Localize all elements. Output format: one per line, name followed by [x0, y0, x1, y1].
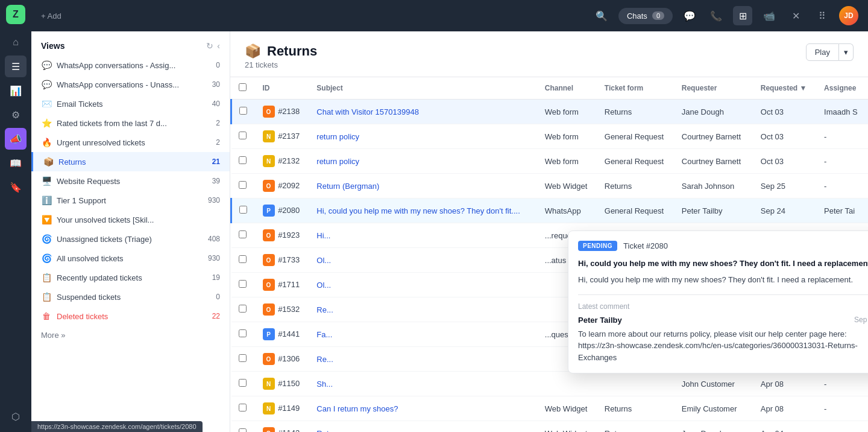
rail-home-icon[interactable]: ⌂: [5, 31, 27, 53]
table-row[interactable]: N #1149 Can I return my shoes? Web Widge…: [231, 396, 869, 421]
row-channel-cell: WhatsApp: [538, 199, 597, 223]
row-checkbox-cell: [231, 347, 256, 372]
sidebar-item-unassigned-triage[interactable]: 🌀 Unassigned tickets (Triage) 408: [31, 229, 230, 249]
row-checkbox[interactable]: [239, 354, 247, 362]
row-checkbox[interactable]: [239, 404, 247, 411]
search-icon[interactable]: 🔍: [592, 6, 611, 25]
rail-analytics-icon[interactable]: 📊: [5, 80, 27, 101]
sidebar-item-unsolved-filter[interactable]: 🔽 Your unsolved tickets [Skil...: [31, 210, 230, 229]
rail-campaigns-icon[interactable]: 📣: [5, 128, 27, 150]
play-dropdown-button[interactable]: ▾: [839, 43, 854, 61]
table-row[interactable]: O #1142 Return Web Widget Returns Jane D…: [231, 421, 869, 433]
row-checkbox-cell: [231, 248, 256, 273]
row-checkbox[interactable]: [239, 255, 247, 263]
x-icon-btn[interactable]: ✕: [786, 6, 805, 25]
sidebar-item-email-tickets[interactable]: ✉️ Email Tickets 40: [31, 94, 230, 113]
row-assignee-cell: -: [817, 372, 868, 396]
row-checkbox-cell: [231, 297, 256, 322]
sidebar-item-tier1-support[interactable]: ℹ️ Tier 1 Support 930: [31, 191, 230, 210]
sidebar-item-deleted[interactable]: 🗑 Deleted tickets 22: [31, 307, 230, 326]
sidebar-item-whatsapp-assigned[interactable]: 💬 WhatsApp conversations - Assig... 0: [31, 56, 230, 75]
row-checkbox[interactable]: [239, 428, 247, 432]
row-assignee-cell: Imaadh S: [817, 100, 868, 124]
row-checkbox[interactable]: [239, 379, 247, 387]
sidebar-item-website-requests[interactable]: 🖥️ Website Requests 39: [31, 171, 230, 191]
rail-kb-icon[interactable]: 📖: [5, 152, 27, 174]
rail-br-icon[interactable]: 🔖: [5, 176, 27, 198]
sidebar-item-rated-tickets[interactable]: ⭐ Rated tickets from the last 7 d... 2: [31, 113, 230, 133]
main-layout: Views ↻ ‹ 💬 WhatsApp conversations - Ass…: [31, 31, 868, 432]
select-all-checkbox[interactable]: [239, 83, 247, 91]
table-row[interactable]: P #2080 Hi, could you help me with my ne…: [231, 199, 869, 223]
add-button[interactable]: + Add: [41, 11, 61, 21]
play-button-group: Play ▾: [806, 43, 854, 61]
row-form-cell: Returns: [597, 396, 675, 421]
row-subject-cell: Re...: [309, 297, 537, 322]
row-checkbox[interactable]: [239, 156, 247, 164]
deleted-label: Deleted tickets: [57, 312, 207, 321]
sidebar-item-urgent-tickets[interactable]: 🔥 Urgent unresolved tickets 2: [31, 133, 230, 152]
ticket-id: #2092: [278, 181, 300, 190]
row-id-cell: N #2137: [256, 124, 310, 149]
ticket-subject: return policy: [316, 157, 359, 166]
row-requester-cell: Courtney Barnett: [675, 124, 753, 149]
col-subject: Subject: [309, 77, 537, 100]
sidebar-item-returns[interactable]: 📦 Returns 21: [31, 152, 230, 171]
ticket-id: #1149: [278, 404, 300, 413]
col-channel: Channel: [538, 77, 597, 100]
row-id-cell: O #2092: [256, 174, 310, 199]
row-assignee-cell: -: [817, 421, 868, 433]
row-checkbox[interactable]: [239, 305, 247, 313]
row-checkbox[interactable]: [239, 107, 247, 115]
table-row[interactable]: N #2132 return policy Web form General R…: [231, 149, 869, 174]
refresh-icon[interactable]: ↻: [206, 41, 213, 51]
row-subject-cell: Hi...: [309, 223, 537, 248]
row-checkbox[interactable]: [239, 132, 247, 139]
row-channel-cell: Web Widget: [538, 421, 597, 433]
sidebar-item-whatsapp-unassigned[interactable]: 💬 WhatsApp conversations - Unass... 30: [31, 75, 230, 94]
popup-latest-label: Latest comment: [578, 302, 868, 311]
table-row[interactable]: N #1150 Sh... John Customer Apr 08 -: [231, 372, 869, 396]
rail-bottom-icon[interactable]: ⬡: [5, 405, 27, 427]
rail-settings-icon[interactable]: ⚙: [5, 104, 27, 125]
table-row[interactable]: O #2138 Chat with Visitor 1570139948 Web…: [231, 100, 869, 124]
table-row[interactable]: O #2092 Return (Bergman) Web Widget Retu…: [231, 174, 869, 199]
sidebar-item-all-unsolved[interactable]: 🌀 All unsolved tickets 930: [31, 249, 230, 268]
status-icon: P: [263, 205, 275, 217]
rail-tickets-icon[interactable]: ☰: [5, 56, 27, 77]
sidebar: Views ↻ ‹ 💬 WhatsApp conversations - Ass…: [31, 31, 230, 432]
row-id-cell: N #1150: [256, 372, 310, 396]
chat-icon-btn[interactable]: 💬: [680, 6, 699, 25]
phone-icon-btn[interactable]: 📞: [706, 6, 726, 25]
row-requester-cell: Jane Dough: [675, 421, 753, 433]
row-checkbox[interactable]: [239, 280, 247, 288]
status-icon: N: [263, 402, 275, 415]
grid-icon-btn[interactable]: ⊞: [733, 6, 752, 25]
ticket-id: #1733: [278, 255, 300, 264]
row-requested-cell: Sep 25: [753, 174, 817, 199]
row-subject-cell: Fa...: [309, 322, 537, 347]
sidebar-more[interactable]: More »: [31, 326, 230, 345]
row-requested-cell: Apr 08: [753, 396, 817, 421]
table-row[interactable]: N #2137 return policy Web form General R…: [231, 124, 869, 149]
status-icon: P: [263, 328, 275, 340]
row-checkbox[interactable]: [239, 181, 247, 189]
user-avatar[interactable]: JD: [839, 6, 858, 25]
row-channel-cell: Web Widget: [538, 396, 597, 421]
row-checkbox[interactable]: [239, 206, 247, 214]
row-assignee-cell: -: [817, 174, 868, 199]
collapse-icon[interactable]: ‹: [217, 41, 220, 51]
apps-icon-btn[interactable]: ⠿: [813, 6, 832, 25]
play-button[interactable]: Play: [806, 43, 839, 61]
popup-body-text: Hi, could you help me with my new shoes?…: [578, 274, 868, 286]
video-icon-btn[interactable]: 📹: [760, 6, 779, 25]
sidebar-item-suspended[interactable]: 📋 Suspended tickets 0: [31, 287, 230, 307]
app-logo: Z: [6, 5, 25, 24]
col-requested: Requested ▼: [753, 77, 817, 100]
sidebar-item-recently-updated[interactable]: 📋 Recently updated tickets 19: [31, 268, 230, 287]
row-subject-cell: Return (Bergman): [309, 174, 537, 199]
row-checkbox[interactable]: [239, 329, 247, 337]
col-requester: Requester: [675, 77, 753, 100]
chats-button[interactable]: Chats 0: [618, 8, 673, 24]
row-checkbox[interactable]: [239, 230, 247, 238]
